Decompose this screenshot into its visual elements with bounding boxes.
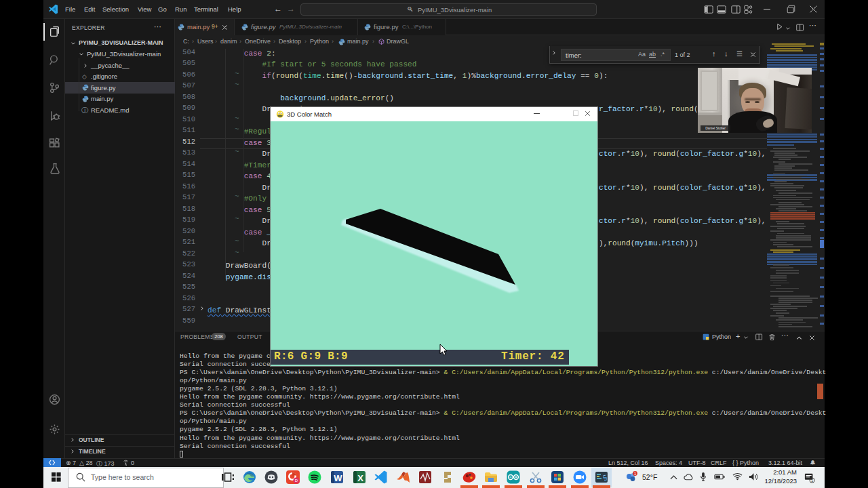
svg-text:D: D xyxy=(295,479,298,483)
svg-text:W: W xyxy=(334,473,342,483)
svg-text:1: 1 xyxy=(811,479,813,483)
svg-text:X: X xyxy=(357,473,363,483)
svg-text:1: 1 xyxy=(634,471,637,476)
